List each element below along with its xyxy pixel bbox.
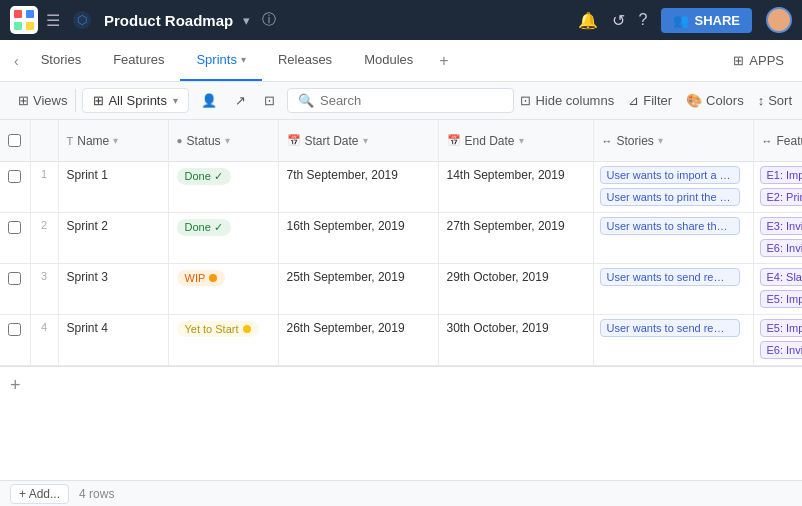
feature-chip[interactable]: E5: Import from Google She... [760,290,803,308]
name-type-icon: T [67,135,74,147]
status-col-label: Status [187,134,221,148]
all-sprints-label: All Sprints [108,93,167,108]
add-row-button[interactable]: + [10,375,21,396]
title-chevron-icon[interactable]: ▾ [243,13,250,28]
history-icon[interactable]: ↺ [612,11,625,30]
feature-chip[interactable]: E1: Import from CSV [760,166,803,184]
status-badge: Done ✓ [177,168,231,185]
story-chip[interactable]: User wants to send remin... [600,319,740,337]
views-button[interactable]: ⊞ Views [10,89,76,112]
feature-chip[interactable]: E2: Print Preview [760,188,803,206]
row-features[interactable]: E3: Invite user with permissi...E6: Invi… [753,213,802,264]
row-stories[interactable]: User wants to send remin... [593,264,753,315]
row-end-date: 14th September, 2019 [438,162,593,213]
row-start-date: 25th September, 2019 [278,264,438,315]
camera-button[interactable]: ⊡ [258,89,281,112]
story-chip[interactable]: User wants to import a spr... [600,166,740,184]
row-status[interactable]: Done ✓ [168,213,278,264]
col-features-header[interactable]: ↔ Features ▾ [753,120,802,162]
select-all-checkbox[interactable] [8,134,21,147]
row-name[interactable]: Sprint 1 [58,162,168,213]
add-button[interactable]: + Add... [10,484,69,504]
share-button[interactable]: 👥 SHARE [661,8,752,33]
row-status[interactable]: Done ✓ [168,162,278,213]
row-checkbox[interactable] [8,170,21,183]
name-sort-icon[interactable]: ▾ [113,135,118,146]
user-avatar[interactable] [766,7,792,33]
share-users-icon: 👥 [673,13,689,28]
feature-chip[interactable]: E5: Import from Google She... [760,319,803,337]
start-cal-icon: 📅 [287,134,301,147]
feature-chip[interactable]: E6: Invite user from domain [760,341,803,359]
tab-features[interactable]: Features [97,40,180,81]
topbar-actions: 🔔 ↺ ? 👥 SHARE [578,7,792,33]
tab-sprints[interactable]: Sprints ▾ [180,40,261,81]
topbar-app-icon: ⬡ [72,10,92,30]
add-tab-button[interactable]: + [429,40,458,81]
col-status-header[interactable]: ● Status ▾ [168,120,278,162]
start-sort-icon[interactable]: ▾ [363,135,368,146]
apps-label: APPS [749,53,784,68]
row-features[interactable]: E4: Slack IntegrationsE5: Import from Go… [753,264,802,315]
row-stories[interactable]: User wants to send remin... [593,315,753,366]
sort-button[interactable]: ↕ Sort [758,93,792,108]
feature-chip[interactable]: E6: Invite user from domain [760,239,803,257]
row-status[interactable]: Yet to Start [168,315,278,366]
features-link-icon: ↔ [762,135,773,147]
row-checkbox-cell [0,264,30,315]
row-stories[interactable]: User wants to import a spr...User wants … [593,162,753,213]
story-chip[interactable]: User wants to share the st... [600,217,740,235]
tab-scroll-left[interactable]: ‹ [8,40,25,81]
table-row: 2Sprint 2Done ✓16th September, 201927th … [0,213,802,264]
feature-chip[interactable]: E3: Invite user with permissi... [760,217,803,235]
row-start-date: 16th September, 2019 [278,213,438,264]
row-name[interactable]: Sprint 3 [58,264,168,315]
row-name[interactable]: Sprint 2 [58,213,168,264]
apps-button[interactable]: ⊞ APPS [723,40,794,81]
tab-releases[interactable]: Releases [262,40,348,81]
search-input[interactable] [320,93,503,108]
filter-icon: ⊞ [93,93,104,108]
row-checkbox[interactable] [8,272,21,285]
tab-stories[interactable]: Stories [25,40,97,81]
notification-icon[interactable]: 🔔 [578,11,598,30]
story-chip[interactable]: User wants to print the lay... [600,188,740,206]
svg-rect-4 [26,22,34,30]
col-start-header[interactable]: 📅 Start Date ▾ [278,120,438,162]
col-name-header[interactable]: T Name ▾ [58,120,168,162]
topbar: ☰ ⬡ Product Roadmap ▾ ⓘ 🔔 ↺ ? 👥 SHARE [0,0,802,40]
status-sort-icon[interactable]: ▾ [225,135,230,146]
row-features[interactable]: E5: Import from Google She...E6: Invite … [753,315,802,366]
row-checkbox[interactable] [8,323,21,336]
col-end-header[interactable]: 📅 End Date ▾ [438,120,593,162]
colors-button[interactable]: 🎨 Colors [686,93,744,108]
feature-chip[interactable]: E4: Slack Integrations [760,268,803,286]
search-box[interactable]: 🔍 [287,88,514,113]
hide-columns-button[interactable]: ⊡ Hide columns [520,93,614,108]
story-chip[interactable]: User wants to send remin... [600,268,740,286]
tab-modules[interactable]: Modules [348,40,429,81]
share-label: SHARE [694,13,740,28]
group-button[interactable]: 👤 [195,89,223,112]
views-label: Views [33,93,67,108]
all-sprints-button[interactable]: ⊞ All Sprints ▾ [82,88,189,113]
stories-sort-icon[interactable]: ▾ [658,135,663,146]
tab-stories-label: Stories [41,52,81,67]
table-row: 4Sprint 4Yet to Start 26th September, 20… [0,315,802,366]
colors-icon: 🎨 [686,93,702,108]
svg-rect-1 [14,10,22,18]
stories-link-icon: ↔ [602,135,613,147]
row-stories[interactable]: User wants to share the st... [593,213,753,264]
row-status[interactable]: WIP [168,264,278,315]
share-view-button[interactable]: ↗ [229,89,252,112]
row-name[interactable]: Sprint 4 [58,315,168,366]
help-icon[interactable]: ? [639,11,648,29]
row-features[interactable]: E1: Import from CSVE2: Print Preview [753,162,802,213]
row-end-date: 29th October, 2019 [438,264,593,315]
hamburger-icon[interactable]: ☰ [46,11,60,30]
end-sort-icon[interactable]: ▾ [519,135,524,146]
col-stories-header[interactable]: ↔ Stories ▾ [593,120,753,162]
info-icon[interactable]: ⓘ [262,11,276,29]
filter-button[interactable]: ⊿ Filter [628,93,672,108]
row-checkbox[interactable] [8,221,21,234]
